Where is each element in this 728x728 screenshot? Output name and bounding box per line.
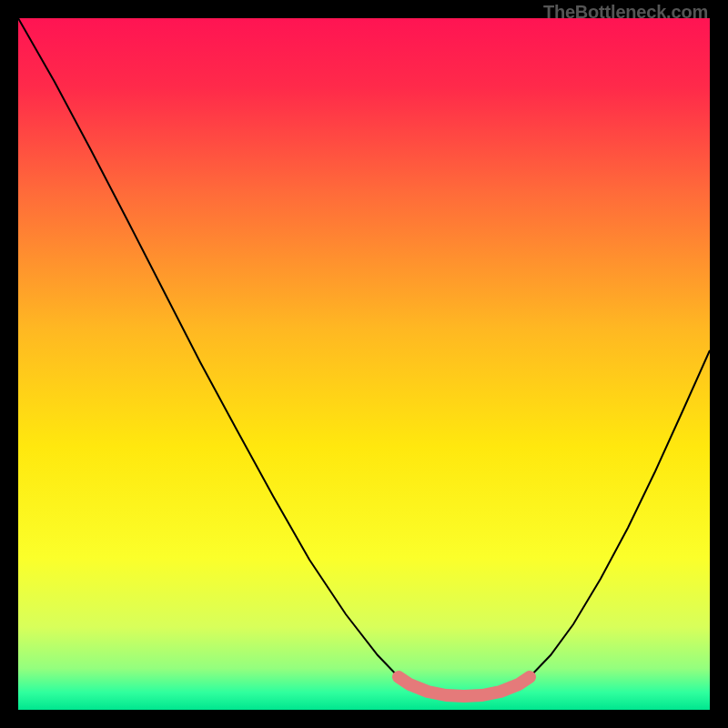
chart-background xyxy=(18,18,710,710)
chart-container: TheBottleneck.com xyxy=(0,0,728,728)
bottleneck-chart xyxy=(18,18,710,710)
